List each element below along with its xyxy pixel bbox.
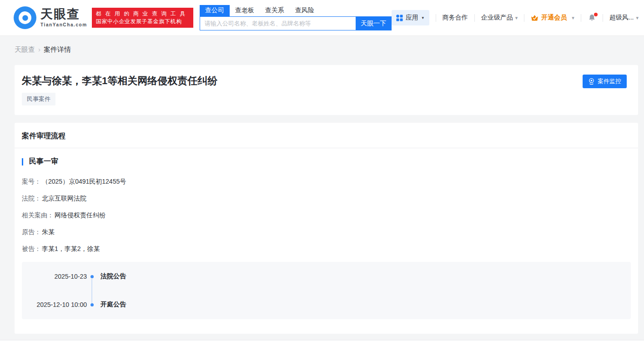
divider bbox=[581, 14, 581, 22]
timeline-date: 2025-12-10 10:00 bbox=[22, 301, 87, 308]
timeline-label[interactable]: 开庭公告 bbox=[101, 301, 126, 309]
tianyancha-logo[interactable]: 天眼查 TianYanCha.com bbox=[14, 6, 87, 29]
stage-title: 民事一审 bbox=[29, 157, 58, 166]
caret-down-icon: ▾ bbox=[515, 15, 518, 21]
field-case-number: 案号： （2025）京0491民初12455号 bbox=[22, 178, 631, 186]
monitor-camera-icon bbox=[588, 78, 595, 85]
page-footer: 信息来源于网络公开数据，天眼查不保证内容的真实性、准确性，请你使用信息前自行进一… bbox=[0, 339, 644, 341]
nav-enterprise-products[interactable]: 企业级产品 ▾ bbox=[481, 14, 518, 22]
caret-down-icon: ▾ bbox=[572, 15, 574, 21]
tab-search-relation[interactable]: 查关系 bbox=[260, 5, 290, 16]
breadcrumb: 天眼查›案件详情 bbox=[15, 45, 629, 54]
promo-badge-line1: 都在用的商业查询工具 bbox=[96, 10, 189, 18]
crown-icon bbox=[531, 15, 538, 21]
top-header: 天眼查 TianYanCha.com 都在用的商业查询工具 国家中小企业发展子基… bbox=[0, 0, 644, 36]
search-input[interactable] bbox=[200, 16, 356, 30]
nav-super-risk[interactable]: 超级风... ▾ bbox=[609, 14, 639, 22]
logo-title: 天眼查 bbox=[40, 8, 87, 20]
timeline-dot-icon bbox=[91, 275, 94, 278]
divider bbox=[524, 14, 524, 22]
notifications-bell-icon[interactable] bbox=[588, 14, 596, 22]
breadcrumb-current: 案件详情 bbox=[44, 45, 71, 53]
timeline-item-court-notice: 2025-10-23 法院公告 bbox=[22, 262, 631, 291]
nav-open-vip[interactable]: 开通会员 ▾ bbox=[531, 14, 574, 22]
case-type-tag: 民事案件 bbox=[22, 93, 55, 105]
apps-label: 应用 bbox=[406, 14, 418, 22]
tab-search-boss[interactable]: 查老板 bbox=[230, 5, 260, 16]
case-fields: 案号： （2025）京0491民初12455号 法院： 北京互联网法院 相关案由… bbox=[22, 178, 631, 253]
tianyancha-eye-icon bbox=[14, 6, 36, 29]
timeline-dot-icon bbox=[91, 303, 94, 306]
caret-down-icon: ▾ bbox=[636, 15, 639, 21]
divider bbox=[603, 14, 603, 22]
breadcrumb-chevron-icon: › bbox=[38, 45, 40, 53]
page-title: 朱某与徐某，李某1等相关网络侵权责任纠纷 bbox=[22, 75, 627, 87]
timeline-label[interactable]: 法院公告 bbox=[101, 272, 126, 281]
apps-grid-icon bbox=[396, 15, 403, 21]
promo-badge: 都在用的商业查询工具 国家中小企业发展子基金旗下机构 bbox=[92, 8, 193, 28]
search-block: 查公司 查老板 查关系 查风险 天眼一下 bbox=[200, 5, 392, 30]
field-defendant: 被告： 李某1，李某2，徐某 bbox=[22, 245, 631, 253]
tab-search-risk[interactable]: 查风险 bbox=[290, 5, 320, 16]
stage-accent-bar bbox=[22, 158, 23, 165]
case-monitor-button[interactable]: 案件监控 bbox=[583, 75, 627, 88]
field-cause: 相关案由： 网络侵权责任纠纷 bbox=[22, 211, 631, 220]
notification-dot bbox=[594, 13, 598, 16]
promo-badge-line2: 国家中小企业发展子基金旗下机构 bbox=[96, 18, 189, 25]
tab-search-company[interactable]: 查公司 bbox=[200, 5, 230, 16]
nav-business-cooperation[interactable]: 商务合作 bbox=[443, 14, 468, 22]
divider bbox=[436, 14, 436, 22]
apps-button[interactable]: 应用 ▼ bbox=[392, 10, 429, 25]
breadcrumb-home[interactable]: 天眼查 bbox=[15, 45, 35, 53]
stage-header: 民事一审 bbox=[22, 157, 631, 166]
divider bbox=[474, 14, 475, 22]
case-process-card: 案件审理流程 民事一审 案号： （2025）京0491民初12455号 法院： … bbox=[15, 123, 638, 334]
header-right-nav: 应用 ▼ 商务合作 企业级产品 ▾ 开通会员 ▾ bbox=[392, 10, 639, 25]
search-tabs: 查公司 查老板 查关系 查风险 bbox=[200, 5, 392, 16]
case-title-card: 朱某与徐某，李某1等相关网络侵权责任纠纷 民事案件 案件监控 bbox=[15, 65, 638, 115]
field-plaintiff: 原告： 朱某 bbox=[22, 228, 631, 236]
timeline-item-hearing-notice: 2025-12-10 10:00 开庭公告 bbox=[22, 291, 631, 319]
caret-down-icon: ▼ bbox=[421, 16, 425, 20]
timeline-date: 2025-10-23 bbox=[22, 273, 87, 280]
search-button[interactable]: 天眼一下 bbox=[356, 16, 392, 30]
section-title: 案件审理流程 bbox=[15, 123, 638, 148]
case-timeline: 2025-10-23 法院公告 2025-12-10 10:00 开庭公告 bbox=[22, 262, 631, 319]
logo-subtitle: TianYanCha.com bbox=[40, 22, 87, 27]
field-court: 法院： 北京互联网法院 bbox=[22, 195, 631, 203]
